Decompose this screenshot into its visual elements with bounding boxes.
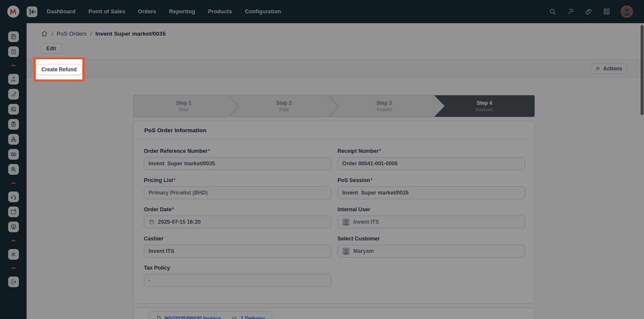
logout-icon — [10, 279, 17, 285]
field-input-internal-user[interactable]: Invent ITS — [337, 216, 525, 228]
sidebar-collapse-button[interactable] — [27, 6, 37, 17]
main-menu: DashboardPoint of SalesOrdersReportingPr… — [47, 9, 281, 15]
menu-item-products[interactable]: Products — [208, 9, 232, 15]
field-input-order-reference-number[interactable]: Invent Super market/0035 — [144, 157, 331, 170]
magic-wand-icon[interactable] — [567, 8, 574, 15]
user-avatar[interactable] — [621, 6, 633, 18]
file-icon — [156, 316, 162, 319]
smart-button-inv-2025-00030-invoice[interactable]: INV/2025/00030 Invoice — [156, 316, 221, 319]
sidebar-item-logout[interactable] — [8, 276, 19, 287]
field-input-receipt-number[interactable]: Order 00041-001-0006 — [337, 157, 525, 170]
field-receipt-number: Receipt Number*Order 00041-001-0006 — [337, 148, 525, 170]
sidebar-item-scale-plus[interactable] — [8, 104, 19, 115]
menu-item-point-of-sales[interactable]: Point of Sales — [88, 9, 125, 15]
field-tax-policy: Tax Policy- — [144, 265, 331, 287]
journal-icon — [10, 33, 17, 40]
step-subtitle: Posted — [377, 107, 392, 112]
cash-icon — [10, 151, 17, 158]
step-4-invoiced[interactable]: Step 4Invoiced — [434, 95, 535, 117]
scrollbar-thumb[interactable] — [641, 25, 644, 115]
menu-item-configuration[interactable]: Configuration — [245, 9, 281, 15]
menu-item-reporting[interactable]: Reporting — [169, 9, 195, 15]
field-order-date: Order Date*2025-07-15 16:20 — [144, 207, 331, 228]
search-icon[interactable] — [549, 8, 556, 15]
collapse-icon — [27, 6, 37, 17]
avatar-placeholder-icon — [342, 247, 350, 255]
step-3-posted[interactable]: Step 3Posted — [334, 95, 434, 117]
field-value: Primary Pricelist (BHD) — [149, 190, 208, 196]
field-input-pos-session[interactable]: Invent Super market/0035 — [337, 186, 525, 199]
field-input-order-date[interactable]: 2025-07-15 16:20 — [144, 216, 331, 228]
required-asterisk: * — [172, 207, 174, 213]
apps-grid-icon[interactable] — [603, 8, 611, 15]
step-subtitle: New — [179, 107, 188, 112]
field-value: Invent Super market/0035 — [149, 161, 215, 167]
required-asterisk: * — [208, 148, 210, 154]
breadcrumb: / PoS Orders / Invent Super market/0035 — [41, 30, 644, 37]
field-value: Invent ITS — [149, 248, 174, 254]
sidebar-item-search-user[interactable] — [8, 164, 19, 175]
breadcrumb-pos-orders[interactable]: PoS Orders — [57, 30, 87, 37]
sidebar-section-marker — [12, 267, 15, 269]
panel-header: PoS Order Information — [134, 121, 535, 140]
folder-doc-icon — [10, 209, 17, 215]
sidebar-section-marker — [12, 240, 15, 241]
field-input-tax-policy[interactable]: - — [144, 274, 331, 287]
top-navbar: DashboardPoint of SalesOrdersReportingPr… — [0, 0, 644, 23]
sidebar-item-calculator[interactable] — [8, 46, 19, 57]
step-title: Step 4 — [477, 100, 492, 106]
menu-item-orders[interactable]: Orders — [138, 9, 156, 15]
sidebar-item-journal[interactable] — [8, 31, 19, 42]
field-input-cashier[interactable]: Invent ITS — [144, 245, 331, 258]
sidebar-section-marker — [12, 65, 15, 66]
field-value: Maryam — [353, 248, 374, 254]
calculator-icon — [10, 49, 17, 55]
smart-button-box: INV/2025/00030 Invoice1 Delivery — [149, 311, 272, 319]
app-logo[interactable] — [7, 6, 19, 18]
invoice-delivery-panel: INV/2025/00030 Invoice1 Delivery — [133, 307, 535, 319]
chart-growth-icon — [10, 91, 17, 97]
sidebar-section-marker — [12, 182, 15, 184]
document-area: Step 1NewStep 2PaidStep 3PostedStep 4Inv… — [133, 95, 535, 319]
home-icon[interactable] — [41, 30, 48, 37]
smart-button-1-delivery[interactable]: 1 Delivery — [232, 316, 265, 319]
required-asterisk: * — [379, 148, 381, 154]
hand-coin-icon — [10, 76, 17, 82]
vertical-scrollbar[interactable] — [640, 23, 644, 319]
field-label: Cashier — [144, 236, 331, 242]
field-input-select-customer[interactable]: Maryam — [337, 245, 525, 258]
calendar-icon — [149, 219, 155, 225]
actions-button[interactable]: Actions — [590, 64, 627, 74]
boxes-icon — [10, 136, 17, 143]
navbar-right — [549, 6, 633, 18]
step-2-paid[interactable]: Step 2Paid — [234, 95, 334, 117]
step-chevron-separator — [328, 95, 340, 117]
field-label: Select Customer — [337, 236, 525, 242]
main-content: / PoS Orders / Invent Super market/0035 … — [27, 23, 644, 319]
step-title: Step 3 — [377, 100, 392, 106]
field-label: PoS Session* — [337, 177, 525, 183]
step-title: Step 1 — [176, 100, 191, 106]
sidebar-item-gear[interactable] — [8, 249, 19, 260]
menu-item-dashboard[interactable]: Dashboard — [47, 9, 76, 15]
sidebar-item-chart-growth[interactable] — [8, 89, 19, 100]
sidebar-item-monitor-cash[interactable] — [8, 222, 19, 232]
sidebar-item-boxes[interactable] — [8, 134, 19, 145]
sidebar-item-hand-coin[interactable] — [8, 74, 19, 85]
status-step-bar: Step 1NewStep 2PaidStep 3PostedStep 4Inv… — [133, 95, 535, 117]
edit-button[interactable]: Edit — [41, 43, 62, 54]
sidebar-item-headset[interactable] — [8, 191, 19, 202]
sidebar-item-clipboard[interactable] — [8, 119, 19, 130]
sidebar-item-cash[interactable] — [8, 149, 19, 160]
clipboard-icon — [10, 121, 17, 128]
sidebar-item-folder-doc[interactable] — [8, 207, 19, 217]
logo-mark-icon — [7, 6, 19, 18]
edit-row: Edit — [41, 43, 644, 54]
field-label: Tax Policy — [144, 265, 331, 271]
field-input-pricing-list[interactable]: Primary Pricelist (BHD) — [144, 186, 331, 199]
paperclip-icon[interactable] — [585, 8, 592, 15]
breadcrumb-separator: / — [52, 30, 53, 37]
create-refund-button[interactable]: Create Refund — [36, 64, 82, 75]
search-user-icon — [10, 166, 17, 173]
step-1-new[interactable]: Step 1New — [134, 95, 234, 117]
